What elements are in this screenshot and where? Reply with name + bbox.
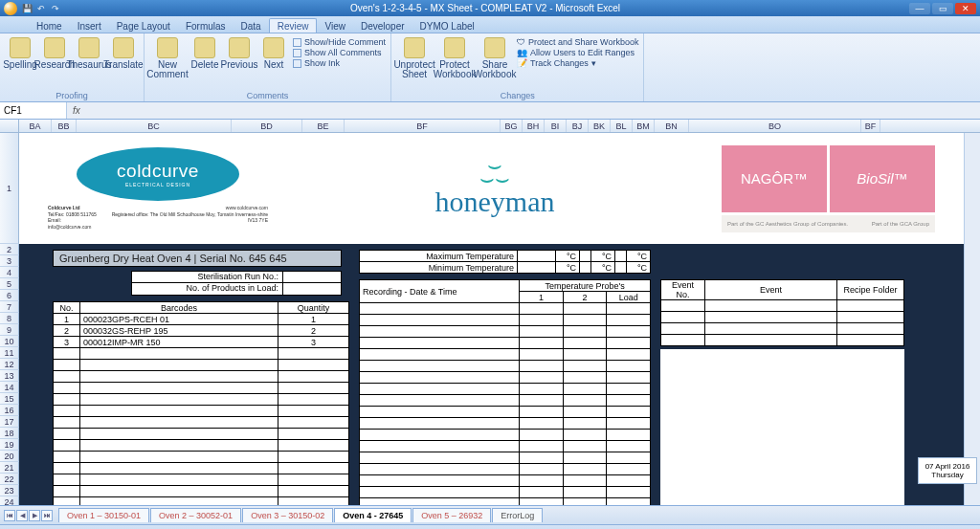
- tab-developer[interactable]: Developer: [353, 19, 412, 33]
- ribbon-tab-strip: Home Insert Page Layout Formulas Data Re…: [0, 16, 980, 33]
- show-ink[interactable]: Show Ink: [293, 58, 386, 68]
- sheet-tab[interactable]: Oven 1 – 30150-01: [58, 508, 149, 522]
- worksheet[interactable]: coldcurveELECTRICAL DESIGN Coldcurve Ltd…: [19, 133, 964, 505]
- barcode-table[interactable]: No.BarcodesQuantity 1000023GPS-RCEH 0112…: [53, 301, 349, 505]
- sheet-tab-bar: ⏮ ◀ ▶ ⏭ Oven 1 – 30150-01Oven 2 – 30052-…: [0, 505, 980, 524]
- logo-band: coldcurveELECTRICAL DESIGN Coldcurve Ltd…: [19, 133, 964, 244]
- translate-button[interactable]: Translate: [108, 35, 139, 70]
- ribbon: Spelling Research Thesaurus Translate Pr…: [0, 33, 980, 102]
- sheet-tab[interactable]: Oven 2 – 30052-01: [150, 508, 241, 522]
- coldcurve-logo: coldcurveELECTRICAL DESIGN Coldcurve Ltd…: [48, 147, 268, 230]
- row-headers[interactable]: 1234567891011121314151617181920212223242…: [0, 133, 19, 505]
- column-headers[interactable]: BABBBCBDBEBFBGBHBIBJBKBLBMBNBOBF: [19, 120, 980, 133]
- title-bar: 💾 ↶ ↷ Oven's 1-2-3-4-5 - MX Sheet - COMP…: [0, 0, 980, 16]
- right-logos: NAGÔR™ BioSil™ Part of the GC Aesthetics…: [722, 145, 935, 232]
- biosil-logo: BioSil™: [830, 145, 935, 212]
- formula-bar: CF1 fx: [0, 102, 980, 120]
- next-comment-button[interactable]: Next: [258, 35, 289, 70]
- temp-summary[interactable]: Maximum Temperature°C°C°C Minimum Temper…: [359, 250, 651, 274]
- new-comment-button[interactable]: New Comment: [149, 35, 186, 79]
- delete-comment-button[interactable]: Delete: [189, 35, 220, 70]
- tab-nav-prev[interactable]: ◀: [16, 510, 28, 521]
- minimize-button[interactable]: ―: [909, 3, 930, 14]
- tab-view[interactable]: View: [317, 19, 353, 33]
- tab-home[interactable]: Home: [29, 19, 70, 33]
- unprotect-sheet-button[interactable]: Unprotect Sheet: [396, 35, 433, 79]
- redo-icon[interactable]: ↷: [50, 3, 61, 14]
- office-orb[interactable]: [4, 2, 17, 15]
- share-workbook-button[interactable]: Share Workbook: [477, 35, 513, 79]
- name-box[interactable]: CF1: [0, 102, 67, 119]
- sheet-tab[interactable]: ErrorLog: [492, 508, 543, 522]
- select-all-corner[interactable]: [0, 120, 19, 133]
- fx-icon[interactable]: fx: [67, 105, 86, 116]
- track-changes[interactable]: 📝 Track Changes ▾: [517, 58, 638, 68]
- spelling-button[interactable]: Spelling: [5, 35, 35, 70]
- status-bar: Ready ▦ ▤ ▧ 100% ― ＋: [0, 524, 980, 529]
- show-all-comments[interactable]: Show All Comments: [293, 48, 386, 57]
- sheet-tab[interactable]: Oven 4 - 27645: [334, 508, 412, 522]
- quick-access-toolbar: 💾 ↶ ↷: [21, 3, 61, 14]
- previous-comment-button[interactable]: Previous: [224, 35, 255, 70]
- tab-dymo[interactable]: DYMO Label: [412, 19, 482, 33]
- tab-nav-last[interactable]: ⏭: [41, 510, 53, 521]
- recording-table[interactable]: Recording - Date & TimeTemperature Probe…: [359, 279, 651, 505]
- tab-review[interactable]: Review: [269, 18, 318, 33]
- grid-area: BABBBCBDBEBFBGBHBIBJBKBLBMBNBOBF 1234567…: [0, 120, 980, 505]
- close-button[interactable]: ✕: [955, 3, 976, 14]
- sterilisation-value[interactable]: [283, 272, 341, 282]
- event-table[interactable]: Event No.EventRecipe Folder: [660, 279, 904, 346]
- maximize-button[interactable]: ▭: [932, 3, 953, 14]
- tab-page-layout[interactable]: Page Layout: [109, 19, 178, 33]
- undo-icon[interactable]: ↶: [35, 3, 47, 14]
- tab-nav-first[interactable]: ⏮: [4, 510, 15, 521]
- oven-title: Gruenberg Dry Heat Oven 4 | Serial No. 6…: [53, 250, 342, 267]
- sterilisation-label: Sterilisation Run No.:: [132, 272, 283, 282]
- save-icon[interactable]: 💾: [21, 3, 33, 14]
- nagor-logo: NAGÔR™: [722, 145, 827, 212]
- thesaurus-button[interactable]: Thesaurus: [74, 35, 104, 70]
- products-label: No. of Products in Load:: [132, 283, 283, 295]
- products-value[interactable]: [283, 283, 341, 295]
- protect-workbook-button[interactable]: Protect Workbook: [436, 35, 473, 79]
- tab-data[interactable]: Data: [234, 19, 269, 33]
- allow-edit-ranges[interactable]: 👥 Allow Users to Edit Ranges: [517, 48, 638, 57]
- white-block: [660, 349, 904, 505]
- sheet-tab[interactable]: Oven 5 – 26932: [412, 508, 491, 522]
- group-comments-label: Comments: [149, 91, 386, 101]
- tab-nav-next[interactable]: ▶: [29, 510, 40, 521]
- vertical-scrollbar[interactable]: [964, 133, 980, 505]
- showhide-comment[interactable]: Show/Hide Comment: [293, 37, 386, 47]
- group-proofing-label: Proofing: [5, 91, 139, 101]
- honeyman-logo: ⌣⌣⌣ honeyman: [287, 159, 702, 219]
- tab-insert[interactable]: Insert: [70, 19, 109, 33]
- tab-formulas[interactable]: Formulas: [178, 19, 234, 33]
- sheet-tab[interactable]: Oven 3 – 30150-02: [242, 508, 333, 522]
- window-title: Oven's 1-2-3-4-5 - MX Sheet - COMPLEAT V…: [61, 3, 909, 13]
- group-changes-label: Changes: [396, 91, 638, 101]
- protect-share-workbook[interactable]: 🛡 Protect and Share Workbook: [517, 37, 638, 47]
- clock-widget: 07 April 2016Thursday: [918, 457, 977, 484]
- research-button[interactable]: Research: [39, 35, 70, 70]
